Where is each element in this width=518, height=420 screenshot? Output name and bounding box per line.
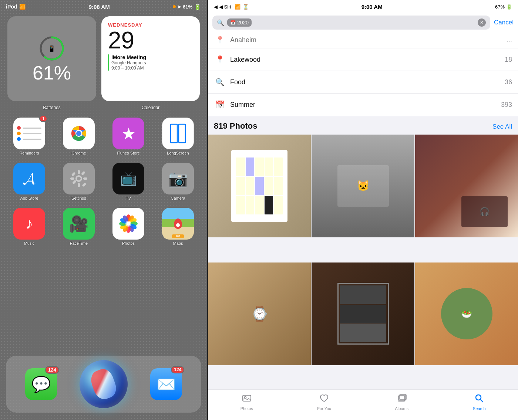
facetime-icon: 🎥 xyxy=(63,208,95,240)
photos-tab-icon xyxy=(242,393,252,405)
summer-count: 393 xyxy=(501,101,512,109)
orange-dot xyxy=(173,5,176,8)
result-summer[interactable]: 📅 Summer 393 xyxy=(208,94,518,116)
food-search-icon: 🔍 xyxy=(214,76,226,88)
svg-rect-18 xyxy=(72,180,77,184)
battery-ring: 📱 xyxy=(38,35,65,62)
chrome-label: Chrome xyxy=(71,151,86,155)
photos-section-header: 819 Photos See All xyxy=(208,116,518,135)
calendar-mini-icon: 📅 xyxy=(230,20,236,25)
search-tab-icon xyxy=(474,393,484,405)
app-settings[interactable]: Settings xyxy=(54,160,104,203)
calendar-label: Calendar xyxy=(101,105,200,110)
photos-icon xyxy=(112,208,144,240)
app-tv[interactable]: 📺 TV xyxy=(104,160,153,203)
calendar-widget: WEDNESDAY 29 iMore Meeting Google Hangou… xyxy=(101,16,200,101)
ipod-label: iPod xyxy=(6,4,17,10)
loading-icon: ⏳ xyxy=(243,4,249,10)
right-battery-percent: 67% xyxy=(495,4,505,10)
result-anaheim[interactable]: 📍 Anaheim ... xyxy=(208,32,518,48)
search-field[interactable]: 🔍 📅 2020 ✕ xyxy=(212,16,490,30)
result-lakewood[interactable]: 📍 Lakewood 18 xyxy=(208,48,518,71)
app-longscreen[interactable]: LongScreen xyxy=(153,115,203,158)
tv-icon: 📺 xyxy=(112,163,144,194)
app-facetime[interactable]: 🎥 FaceTime xyxy=(54,206,104,248)
event-sub: Google Hangouts xyxy=(111,60,146,65)
right-panel: ◀ ◀ Siri 📶 ⏳ 9:00 AM 67% 🔋 🔍 📅 2020 ✕ Ca… xyxy=(208,0,518,420)
music-icon: ♪ xyxy=(13,208,45,240)
lakewood-count: 18 xyxy=(505,56,512,64)
dock-messages[interactable]: 💬 124 xyxy=(24,366,58,402)
appstore-icon: 𝓐 xyxy=(13,163,45,194)
event-time: 9:00 – 10:00 AM xyxy=(111,65,146,71)
event-title: iMore Meeting xyxy=(111,54,146,60)
photo-cell-6[interactable]: 🥗 xyxy=(415,262,518,365)
tab-bar: Photos For You Albums xyxy=(208,389,518,420)
batteries-label: Batteries xyxy=(7,105,96,110)
tab-search[interactable]: Search xyxy=(464,393,494,411)
widgets-row: 📱 61% WEDNESDAY 29 iMore Meeting Google … xyxy=(0,13,207,104)
dock-mail[interactable]: ✉️ 124 xyxy=(149,366,183,402)
right-time: 9:00 AM xyxy=(361,4,383,10)
app-music[interactable]: ♪ Music xyxy=(4,206,54,248)
mail-badge: 124 xyxy=(171,366,184,373)
chrome-icon xyxy=(63,118,95,149)
battery-widget: 📱 61% xyxy=(7,16,96,101)
photos-label: Photos xyxy=(122,241,135,245)
svg-point-11 xyxy=(77,177,81,180)
result-food[interactable]: 🔍 Food 36 xyxy=(208,71,518,94)
app-reminders[interactable]: 1 Reminders xyxy=(4,115,54,158)
app-appstore[interactable]: 𝓐 App Store xyxy=(4,160,54,203)
calendar-event-info: iMore Meeting Google Hangouts 9:00 – 10:… xyxy=(111,54,146,71)
wifi-right-icon: 📶 xyxy=(235,4,240,10)
siri-back-label: ◀ xyxy=(214,4,218,10)
settings-icon xyxy=(63,163,95,194)
dock: 💬 124 ✉️ 124 xyxy=(6,356,201,413)
maps-icon: 280 xyxy=(162,208,194,240)
search-year-pill[interactable]: 📅 2020 xyxy=(227,18,252,27)
tab-albums[interactable]: Albums xyxy=(387,393,417,411)
app-chrome[interactable]: Chrome xyxy=(54,115,104,158)
svg-point-6 xyxy=(76,131,81,136)
svg-rect-12 xyxy=(78,170,80,174)
widget-labels: Batteries Calendar xyxy=(0,104,207,112)
reminders-inner xyxy=(13,122,45,145)
tab-for-you[interactable]: For You xyxy=(309,393,339,411)
svg-rect-14 xyxy=(70,177,74,180)
app-photos[interactable]: Photos xyxy=(104,206,153,248)
search-bar-row: 🔍 📅 2020 ✕ Cancel xyxy=(208,13,518,32)
location-icon: ➤ xyxy=(177,4,181,10)
photo-cell-2[interactable]: 🐱 xyxy=(312,135,414,237)
app-itunes[interactable]: ★ iTunes Store xyxy=(104,115,153,158)
photo-cell-1[interactable] xyxy=(208,135,311,237)
longscreen-icon xyxy=(162,118,194,149)
photo-cell-3[interactable]: 🎧 xyxy=(415,135,518,237)
search-clear-button[interactable]: ✕ xyxy=(478,18,486,27)
siri-label: ◀ Siri xyxy=(219,4,231,10)
right-battery-area: 67% 🔋 xyxy=(495,4,512,10)
right-status-left: ◀ ◀ Siri 📶 ⏳ xyxy=(214,4,249,10)
tab-search-label: Search xyxy=(473,406,486,411)
photo-cell-4[interactable]: ⌚ xyxy=(208,262,311,365)
svg-rect-16 xyxy=(71,172,75,176)
camera-icon: 📷 xyxy=(162,163,194,194)
app-maps[interactable]: 280 Maps xyxy=(153,206,203,248)
see-all-button[interactable]: See All xyxy=(492,123,512,131)
svg-text:𝓐: 𝓐 xyxy=(23,169,36,187)
settings-label: Settings xyxy=(71,196,86,200)
anaheim-count: ... xyxy=(507,36,512,44)
app-camera[interactable]: 📷 Camera xyxy=(153,160,203,203)
siri-ball[interactable] xyxy=(80,360,128,408)
svg-text:📱: 📱 xyxy=(48,45,56,52)
photo-cell-5[interactable] xyxy=(312,262,414,365)
tab-albums-label: Albums xyxy=(395,406,408,411)
photo-grid: 🐱 🎧 ⌚ 🥗 xyxy=(208,135,518,389)
maps-label: Maps xyxy=(173,241,183,245)
messages-badge: 124 xyxy=(45,366,59,374)
longscreen-label: LongScreen xyxy=(167,151,189,155)
search-pill-label: 2020 xyxy=(237,20,249,26)
svg-rect-7 xyxy=(171,124,177,143)
cancel-button[interactable]: Cancel xyxy=(494,19,514,26)
battery-percent-status: 61% xyxy=(183,4,192,10)
tab-photos[interactable]: Photos xyxy=(232,393,262,411)
